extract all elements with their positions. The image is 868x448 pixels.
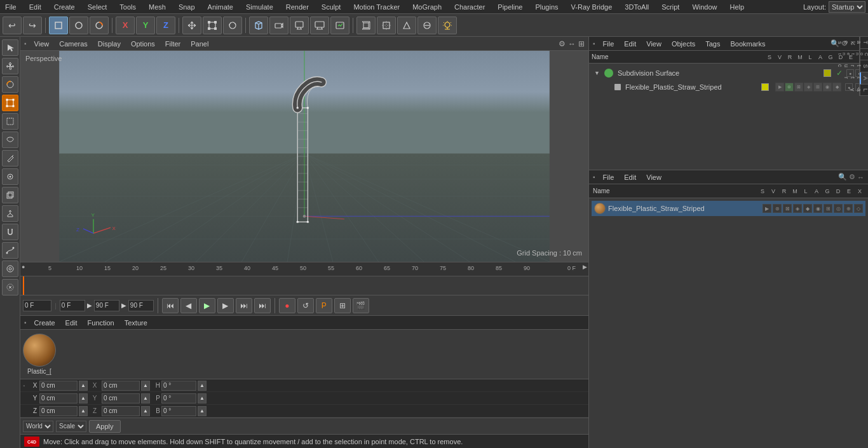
y-size-input[interactable] — [102, 393, 140, 404]
x-axis-button[interactable]: X — [116, 17, 135, 34]
obj-mgr-tags[interactable]: Tags — [703, 39, 722, 48]
menu-motion-tracker[interactable]: Motion Tracker — [351, 2, 402, 12]
mat-row-plastic-straw[interactable]: Flexible_Plastic_Straw_Striped ▶ ⊛ ⊠ ◈ ◆… — [592, 201, 865, 216]
menu-mograph[interactable]: MoGraph — [410, 2, 444, 12]
menu-tools[interactable]: Tools — [117, 2, 139, 12]
tool-sculpt[interactable] — [2, 279, 18, 295]
menu-create[interactable]: Create — [51, 2, 78, 12]
obj-tag2[interactable]: ⊛ — [785, 83, 794, 92]
obj-mgr-bookmarks[interactable]: Bookmarks — [728, 39, 768, 48]
obj-mgr-edit[interactable]: Edit — [621, 39, 639, 48]
rotate-button[interactable] — [90, 17, 109, 34]
p-arrow[interactable]: ▲ — [198, 393, 207, 404]
menu-snap[interactable]: Snap — [176, 2, 198, 12]
mat-mgr-settings-icon[interactable]: ⚙ — [849, 173, 855, 181]
light-button[interactable] — [438, 17, 457, 34]
mat-icon3[interactable]: ⊠ — [783, 204, 792, 213]
current-frame-input[interactable] — [23, 300, 51, 311]
apply-button[interactable]: Apply — [89, 420, 121, 433]
menu-file[interactable]: File — [3, 2, 19, 12]
mat-strip-function[interactable]: Function — [85, 318, 117, 327]
material-item[interactable]: Plastic_[ — [23, 334, 56, 375]
obj-color-subdiv[interactable] — [824, 69, 831, 77]
mat-mgr-file[interactable]: File — [600, 173, 617, 182]
menu-script[interactable]: Script — [659, 2, 682, 12]
z-position-input[interactable] — [39, 406, 78, 416]
autokey-button[interactable]: P — [316, 298, 332, 313]
timeline-track-area[interactable] — [20, 276, 588, 295]
redo-button[interactable]: ↪ — [23, 17, 42, 34]
obj-expand-subdiv[interactable]: ▼ — [594, 70, 602, 76]
tool-brush[interactable] — [2, 261, 18, 277]
menu-3dtoall[interactable]: 3DToAll — [622, 2, 651, 12]
world-dropdown[interactable]: World — [23, 421, 53, 432]
go-to-start-button[interactable]: ⏮ — [162, 298, 179, 313]
h-rotation-input[interactable] — [161, 381, 196, 391]
menu-sculpt[interactable]: Sculpt — [319, 2, 344, 12]
top-view-button[interactable] — [377, 17, 396, 34]
right-tab-attributes[interactable]: Attr — [860, 72, 868, 85]
obj-tag7[interactable]: ◆ — [832, 83, 841, 92]
model-mode-button[interactable] — [49, 17, 68, 34]
menu-character[interactable]: Character — [452, 2, 487, 12]
menu-pipeline[interactable]: Pipeline — [495, 2, 525, 12]
loop-button[interactable]: ↺ — [297, 298, 314, 313]
tool-lasso[interactable] — [2, 132, 18, 148]
obj-mgr-file[interactable]: File — [600, 39, 617, 48]
record-button[interactable]: ● — [279, 298, 295, 313]
render-preview-button[interactable]: 🎬 — [353, 298, 369, 313]
tool-spline[interactable] — [2, 242, 18, 259]
menu-vray[interactable]: V-Ray Bridge — [569, 2, 615, 12]
render-to-picture-button[interactable] — [330, 17, 349, 34]
mesh-mode-button[interactable] — [69, 17, 88, 34]
mat-mgr-view[interactable]: View — [644, 173, 664, 182]
3d-viewport[interactable]: X Y Z — [20, 51, 588, 262]
mat-icon2[interactable]: ⊛ — [773, 204, 782, 213]
mat-icon1[interactable]: ▶ — [763, 204, 771, 213]
right-tab-layers[interactable]: Lay — [860, 85, 868, 96]
scale-button[interactable] — [203, 17, 222, 34]
menu-help[interactable]: Help — [728, 2, 747, 12]
step-back-button[interactable]: ◀ — [180, 298, 197, 313]
front-view-button[interactable] — [397, 17, 416, 34]
mat-icon10[interactable]: ◇ — [854, 204, 863, 213]
y-pos-arrow[interactable]: ▲ — [79, 393, 88, 404]
timeline-end-arrow[interactable]: ▶ — [583, 264, 587, 270]
viewport-ctrl-icon3[interactable]: ⊞ — [578, 39, 585, 48]
perspective-button[interactable] — [356, 17, 376, 34]
viewport-ctrl-icon1[interactable]: ⚙ — [559, 39, 566, 48]
viewport-ctrl-icon2[interactable]: ↔ — [568, 39, 576, 48]
mat-icon6[interactable]: ◉ — [813, 204, 822, 213]
mat-strip-create[interactable]: Create — [32, 318, 58, 327]
x-position-input[interactable] — [39, 381, 78, 391]
x-pos-arrow[interactable]: ▲ — [79, 381, 88, 391]
tool-arrow[interactable] — [2, 39, 18, 56]
tool-scale[interactable] — [2, 95, 18, 111]
tool-magnet[interactable] — [2, 224, 18, 240]
x-size-arrow[interactable]: ▲ — [141, 381, 150, 391]
z-size-input[interactable] — [102, 406, 140, 416]
obj-tag3[interactable]: ⊠ — [794, 83, 803, 92]
go-to-end-button[interactable]: ⏭ — [236, 298, 252, 313]
menu-edit[interactable]: Edit — [27, 2, 44, 12]
right-tab-takes[interactable]: Takes — [860, 37, 868, 49]
step-forward-button[interactable]: ▶ — [217, 298, 234, 313]
obj-tag4[interactable]: ◈ — [804, 83, 813, 92]
p-rotation-input[interactable] — [161, 393, 196, 404]
tool-cube[interactable] — [2, 187, 18, 203]
menu-window[interactable]: Window — [689, 2, 719, 12]
menu-animate[interactable]: Animate — [205, 2, 236, 12]
viewport-menu-panel[interactable]: Panel — [188, 39, 211, 48]
z-pos-arrow[interactable]: ▲ — [79, 406, 88, 416]
preview-start-input[interactable] — [60, 300, 85, 311]
menu-simulate[interactable]: Simulate — [243, 2, 276, 12]
b-rotation-input[interactable] — [161, 406, 196, 416]
obj-mgr-view[interactable]: View — [644, 39, 664, 48]
obj-tag6[interactable]: ◉ — [823, 83, 832, 92]
viewport-menu-display[interactable]: Display — [95, 39, 123, 48]
b-arrow[interactable]: ▲ — [198, 406, 207, 416]
undo-button[interactable]: ↩ — [3, 17, 22, 34]
render-button[interactable] — [290, 17, 309, 34]
obj-row-straw[interactable]: Flexible_Plastic_Straw_Striped ▶ ⊛ ⊠ ◈ ⊞… — [592, 80, 865, 94]
move-button[interactable] — [182, 17, 201, 34]
